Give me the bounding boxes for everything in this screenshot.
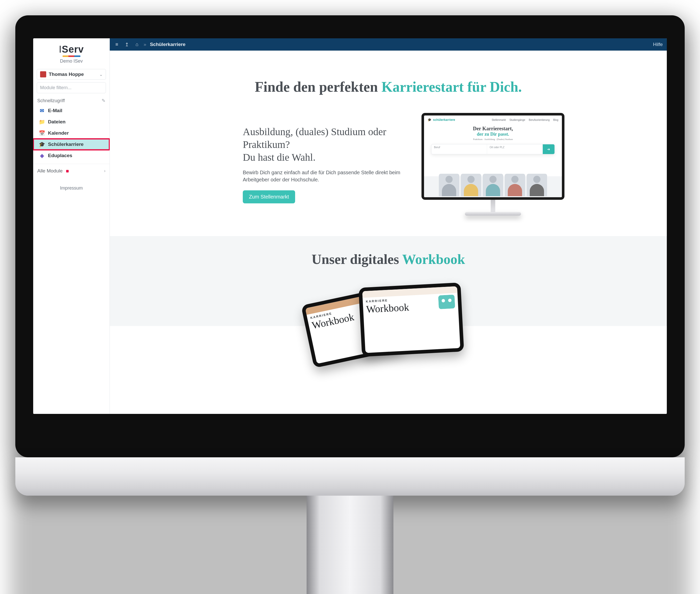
mini-monitor-screen: 🎓 schülerkarriere Stellenmarkt Studiengä…	[424, 116, 562, 197]
all-modules-row[interactable]: Alle Module ›	[33, 164, 109, 178]
sidebar-item-label: Dateien	[48, 119, 66, 125]
person-illustration	[439, 174, 459, 196]
folder-icon: 📁	[39, 119, 45, 125]
person-illustration	[461, 174, 481, 196]
sidebar-item-label: Schülerkarriere	[48, 141, 83, 147]
brand-logo: IServ	[36, 44, 107, 55]
user-name: Thomas Hoppe	[49, 71, 97, 77]
workbook-section: Unser digitales Workbook KARRIERE Workbo…	[110, 236, 667, 326]
edit-icon[interactable]: ✎	[102, 98, 105, 103]
sidebar-item-dateien[interactable]: 📁 Dateien	[33, 116, 109, 128]
eduplaces-icon: ◈	[39, 153, 45, 159]
mini-search-go-icon: ➜	[543, 144, 555, 154]
sidebar-item-kalender[interactable]: 📅 Kalender	[33, 128, 109, 139]
sidebar: IServ Demo ISev Thomas Hoppe ⌄ Module fi…	[33, 38, 110, 414]
all-modules-label: Alle Module	[37, 168, 63, 173]
mini-nav-item: Berufsorientierung	[529, 119, 550, 121]
breadcrumb-separator: »	[144, 42, 146, 47]
hero-subtitle: Ausbildung, (duales) Studium oder Prakti…	[243, 126, 401, 164]
mini-topbar: 🎓 schülerkarriere Stellenmarkt Studiengä…	[424, 116, 562, 124]
monitor-mockup: IServ Demo ISev Thomas Hoppe ⌄ Module fi…	[0, 0, 700, 594]
mini-brand-text: schülerkarriere	[433, 118, 455, 122]
owl-icon	[438, 295, 455, 309]
mini-search-field-left: Beruf	[431, 144, 487, 154]
mini-monitor-foot	[465, 212, 521, 216]
mini-brand: 🎓 schülerkarriere	[428, 118, 455, 122]
brand-underline	[63, 56, 80, 57]
quick-access-header: Schnellzugriff ✎	[33, 96, 109, 105]
avatar	[40, 71, 46, 77]
sidebar-item-label: E-Mail	[48, 108, 62, 113]
mini-monitor-bezel: 🎓 schülerkarriere Stellenmarkt Studiengä…	[421, 113, 564, 200]
menu-icon[interactable]: ≡	[114, 41, 120, 48]
mini-hero: Der Karrierestart, der zu Dir passt. Pra…	[424, 124, 562, 141]
quick-access-label: Schnellzugriff	[37, 98, 65, 103]
mail-icon: ✉	[39, 107, 45, 114]
workbook-title-accent: Workbook	[402, 252, 465, 267]
tablet-front: KARRIERE Workbook	[358, 283, 464, 357]
mini-tagline: Praktikum · Ausbildung · (Duales) Studiu…	[427, 138, 559, 140]
chevron-right-icon: ›	[104, 169, 105, 173]
home-icon[interactable]: ⌂	[134, 41, 140, 48]
person-illustration	[505, 174, 525, 196]
sidebar-item-label: Kalender	[48, 130, 69, 136]
mini-searchbar: Beruf Ort oder PLZ ➜	[431, 144, 555, 154]
hero-title-plain: Finde den perfekten	[255, 79, 381, 95]
app-root: IServ Demo ISev Thomas Hoppe ⌄ Module fi…	[33, 38, 667, 414]
hero-row: Ausbildung, (duales) Studium oder Prakti…	[110, 103, 667, 236]
page-content: Finde den perfekten Karrierestart für Di…	[110, 51, 667, 414]
screen: IServ Demo ISev Thomas Hoppe ⌄ Module fi…	[33, 38, 667, 414]
sidebar-item-email[interactable]: ✉ E-Mail	[33, 105, 109, 116]
mini-nav-item: Stellenmarkt	[492, 119, 506, 121]
imprint-link[interactable]: Impressum	[33, 178, 109, 199]
sidebar-item-label: Eduplaces	[48, 153, 72, 158]
hero-title-accent: Karrierestart für Dich.	[381, 79, 522, 95]
workbook-title-plain: Unser digitales	[311, 252, 402, 267]
mini-monitor-stand	[491, 200, 495, 212]
notification-dot-icon	[66, 170, 69, 172]
main-area: ≡ ↥ ⌂ » Schülerkarriere Hilfe Finde den …	[110, 38, 667, 414]
topbar: ≡ ↥ ⌂ » Schülerkarriere Hilfe	[110, 38, 667, 51]
workbook-tablets: KARRIERE Workbook K	[307, 285, 470, 326]
cta-stellenmarkt-button[interactable]: Zum Stellenmarkt	[243, 190, 295, 203]
sidebar-item-schuelerkarriere[interactable]: 🎓 Schülerkarriere	[33, 139, 109, 150]
hero-title: Finde den perfekten Karrierestart für Di…	[110, 51, 667, 103]
help-link[interactable]: Hilfe	[653, 42, 663, 47]
mini-people-row	[424, 169, 562, 197]
brand-block: IServ Demo ISev	[33, 38, 109, 65]
sidebar-item-eduplaces[interactable]: ◈ Eduplaces	[33, 150, 109, 161]
person-illustration	[527, 174, 547, 196]
monitor-bezel: IServ Demo ISev Thomas Hoppe ⌄ Module fi…	[15, 15, 685, 457]
brand-subtitle: Demo ISev	[36, 59, 107, 64]
mini-headline-accent: der zu Dir passt.	[427, 132, 559, 137]
module-filter-input[interactable]: Module filtern...	[37, 82, 106, 93]
monitor-chin	[15, 457, 685, 496]
mini-nav-item: Studiengänge	[510, 119, 525, 121]
mini-nav: Stellenmarkt Studiengänge Berufsorientie…	[492, 119, 558, 121]
graduation-cap-icon: 🎓	[39, 141, 45, 147]
calendar-icon: 📅	[39, 130, 45, 136]
person-illustration	[483, 174, 503, 196]
hero-illustration: 🎓 schülerkarriere Stellenmarkt Studiengä…	[421, 113, 564, 216]
mini-nav-item: Blog	[553, 119, 558, 121]
hero-copy: Ausbildung, (duales) Studium oder Prakti…	[243, 126, 401, 203]
user-menu[interactable]: Thomas Hoppe ⌄	[37, 69, 106, 80]
mini-headline: Der Karrierestart, der zu Dir passt.	[427, 126, 559, 137]
monitor-stand	[307, 496, 393, 594]
chevron-down-icon: ⌄	[99, 72, 103, 77]
breadcrumb-current: Schülerkarriere	[150, 42, 185, 47]
mini-headline-plain: Der Karrierestart,	[473, 126, 513, 131]
graduation-cap-icon: 🎓	[428, 118, 431, 122]
workbook-title: Unser digitales Workbook	[120, 252, 657, 267]
mini-search-field-right: Ort oder PLZ	[487, 144, 543, 154]
up-arrow-icon[interactable]: ↥	[123, 41, 131, 48]
hero-description: Bewirb Dich ganz einfach auf die für Dic…	[243, 169, 401, 183]
